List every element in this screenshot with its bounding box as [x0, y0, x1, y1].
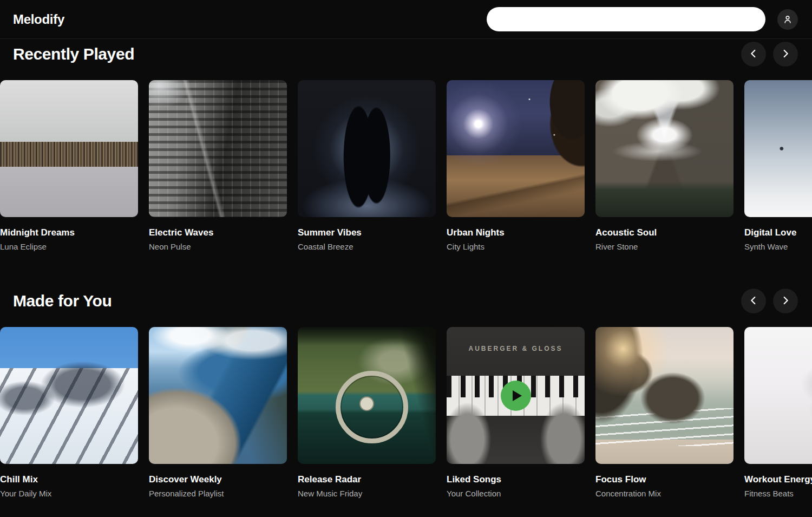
carousel-prev-button[interactable] — [741, 289, 766, 313]
search-input[interactable] — [487, 7, 765, 31]
playlist-card[interactable]: AUBERGER & GLOSS Liked Songs Your Collec… — [447, 327, 585, 498]
app-logo: Melodify — [13, 12, 64, 27]
play-button[interactable] — [501, 381, 531, 411]
card-title: Urban Nights — [447, 227, 585, 238]
card-art — [149, 80, 287, 217]
playlist-card[interactable]: Workout Energy Fitness Beats — [744, 327, 812, 498]
card-subtitle: Personalized Playlist — [149, 489, 287, 498]
card-subtitle: City Lights — [447, 242, 585, 251]
card-title: Chill Mix — [0, 474, 138, 485]
playlist-card[interactable]: Summer Vibes Coastal Breeze — [298, 80, 436, 251]
card-subtitle: Luna Eclipse — [0, 242, 138, 251]
card-subtitle: Your Collection — [447, 489, 585, 498]
section-title: Recently Played — [13, 45, 134, 63]
card-title: Summer Vibes — [298, 227, 436, 238]
playlist-card[interactable]: Discover Weekly Personalized Playlist — [149, 327, 287, 498]
play-icon — [513, 390, 522, 401]
card-title: Digital Love — [744, 227, 812, 238]
card-title: Acoustic Soul — [595, 227, 734, 238]
carousel-controls — [741, 289, 798, 313]
playlist-card[interactable]: Chill Mix Your Daily Mix — [0, 327, 138, 498]
section-header: Made for You — [0, 288, 812, 314]
carousel-controls — [741, 42, 798, 67]
card-art — [595, 80, 734, 217]
playlist-card[interactable]: Focus Flow Concentration Mix — [595, 327, 734, 498]
user-profile-button[interactable] — [777, 9, 798, 30]
card-art — [744, 80, 812, 217]
user-icon — [782, 14, 793, 25]
chevron-right-icon — [780, 48, 791, 61]
playlist-card[interactable]: Midnight Dreams Luna Eclipse — [0, 80, 138, 251]
playlist-card[interactable]: Release Radar New Music Friday — [298, 327, 436, 498]
carousel-next-button[interactable] — [773, 289, 798, 313]
card-subtitle: Your Daily Mix — [0, 489, 138, 498]
playlist-card[interactable]: Digital Love Synth Wave — [744, 80, 812, 251]
section-recently-played: Recently Played Midnight Dreams Luna Ecl… — [0, 41, 812, 251]
card-art — [447, 80, 585, 217]
card-art: AUBERGER & GLOSS — [447, 327, 585, 464]
card-subtitle: Neon Pulse — [149, 242, 287, 251]
card-title: Electric Waves — [149, 227, 287, 238]
card-art — [595, 327, 734, 464]
card-carousel: Chill Mix Your Daily Mix Discover Weekly… — [0, 327, 812, 498]
card-subtitle: Fitness Beats — [744, 489, 812, 498]
section-header: Recently Played — [0, 41, 812, 67]
card-subtitle: River Stone — [595, 242, 734, 251]
card-art — [0, 80, 138, 217]
card-art — [149, 327, 287, 464]
card-subtitle: Synth Wave — [744, 242, 812, 251]
section-title: Made for You — [13, 292, 112, 310]
card-title: Midnight Dreams — [0, 227, 138, 238]
card-subtitle: Coastal Breeze — [298, 242, 436, 251]
album-art-photo-text: AUBERGER & GLOSS — [447, 345, 585, 352]
card-title: Focus Flow — [595, 474, 734, 485]
card-title: Release Radar — [298, 474, 436, 485]
carousel-next-button[interactable] — [773, 42, 798, 67]
playlist-card[interactable]: Electric Waves Neon Pulse — [149, 80, 287, 251]
card-carousel: Midnight Dreams Luna Eclipse Electric Wa… — [0, 80, 812, 251]
playlist-card[interactable]: Urban Nights City Lights — [447, 80, 585, 251]
app-header: Melodify — [0, 0, 812, 39]
card-subtitle: New Music Friday — [298, 489, 436, 498]
chevron-right-icon — [780, 295, 791, 308]
chevron-left-icon — [748, 295, 759, 308]
playlist-card[interactable]: Acoustic Soul River Stone — [595, 80, 734, 251]
card-subtitle: Concentration Mix — [595, 489, 734, 498]
chevron-left-icon — [748, 48, 759, 61]
card-title: Liked Songs — [447, 474, 585, 485]
card-art — [744, 327, 812, 464]
card-art — [0, 327, 138, 464]
card-title: Workout Energy — [744, 474, 812, 485]
card-title: Discover Weekly — [149, 474, 287, 485]
card-art — [298, 80, 436, 217]
carousel-prev-button[interactable] — [741, 42, 766, 67]
card-art — [298, 327, 436, 464]
section-made-for-you: Made for You Chill Mix Your Daily Mix Di… — [0, 288, 812, 498]
